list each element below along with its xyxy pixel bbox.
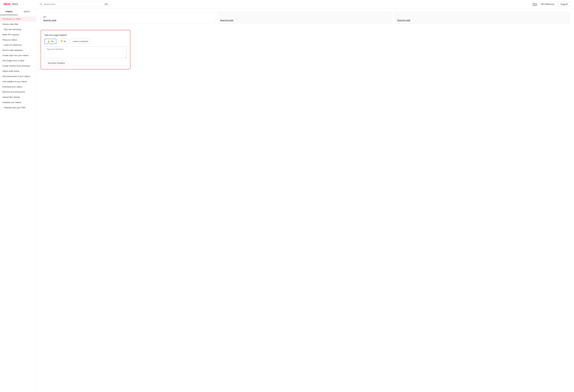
tab-data[interactable]: /DATA: [18, 8, 36, 15]
sidebar-item-label: Play your videos: [2, 39, 17, 41]
sidebar-item-label: Integrate with your CMS: [4, 106, 25, 109]
chevron-icon: ›: [2, 107, 3, 109]
sidebar-item-label: Make API requests: [2, 33, 19, 36]
sidebar-item-label: Get images from a video: [2, 59, 24, 62]
sidebar-item-2[interactable]: ›Start live streaming: [0, 27, 36, 32]
sidebar-item-14[interactable]: Minimize processing time: [0, 89, 36, 95]
nav-api-reference[interactable]: API Reference: [541, 3, 554, 5]
nav-links: Docs API Reference Support: [533, 2, 570, 6]
sidebar-item-13[interactable]: Download your videos: [0, 84, 36, 90]
send-feedback-button[interactable]: Send Mux feedback: [44, 61, 68, 65]
sidebar-item-label: Create timeline hover previews: [2, 64, 30, 67]
sidebar-item-label: Upload files directly: [2, 96, 20, 99]
feedback-buttons: 👍 Yes 👎 No Leave a comment: [44, 39, 126, 44]
partial-card-2: Read the guide: [395, 12, 569, 24]
partial-card-0-link[interactable]: Read the guide: [43, 19, 213, 21]
partial-card-0-text: gifs: [43, 16, 213, 18]
sidebar-item-17[interactable]: ›Integrate with your CMS: [0, 105, 36, 110]
sidebar-item-6[interactable]: Secure video playback: [0, 48, 36, 53]
chevron-icon: ›: [2, 28, 3, 31]
sidebar-item-label: Secure video playback: [2, 49, 23, 52]
sidebar-item-label: Create clips from your videos: [2, 54, 29, 57]
sidebar-item-label: Minimize processing time: [2, 91, 25, 93]
sidebar-item-8[interactable]: Get images from a video: [0, 58, 36, 63]
sidebar-item-label: Stream video files: [2, 23, 18, 26]
feedback-textarea[interactable]: [44, 46, 126, 58]
sidebar-item-1[interactable]: Stream video files: [0, 22, 36, 27]
support-button[interactable]: Support: [558, 2, 570, 6]
thumbs-up-icon: 👍: [47, 40, 50, 42]
sidebar-item-9[interactable]: Create timeline hover previews: [0, 63, 36, 69]
sidebar-item-label: Introduction to Video: [2, 18, 21, 21]
search-input[interactable]: [38, 2, 110, 7]
sidebar: /VIDEO /DATA Introduction to VideoStream…: [0, 8, 36, 392]
nav-docs[interactable]: Docs: [533, 3, 537, 6]
search-icon: 🔍: [40, 3, 42, 5]
partial-card-1-link[interactable]: Read the guide: [220, 19, 390, 21]
sidebar-item-10[interactable]: Adjust audio levels: [0, 69, 36, 74]
sidebar-tabs: /VIDEO /DATA: [0, 8, 36, 15]
feedback-comment-button[interactable]: Leave a comment: [70, 39, 91, 44]
sidebar-item-15[interactable]: Upload files directly: [0, 95, 36, 100]
chevron-icon: ›: [2, 44, 3, 46]
feedback-title: Was this page helpful?: [44, 34, 126, 36]
feedback-section: Was this page helpful? 👍 Yes 👎 No Leave …: [41, 30, 130, 69]
sidebar-item-11[interactable]: Add watermarks to your videos: [0, 74, 36, 79]
sidebar-item-label: Adjust audio levels: [2, 70, 19, 73]
sidebar-item-label: Add subtitles to your videos: [2, 80, 27, 83]
sidebar-item-label: Add watermarks to your videos: [2, 75, 30, 78]
search-bar: 🔍 ⌘K: [38, 2, 110, 7]
sidebar-nav: Introduction to VideoStream video files›…: [0, 15, 36, 112]
feedback-no-button[interactable]: 👎 No: [58, 39, 69, 44]
partial-card-0: gifs Read the guide: [41, 12, 215, 24]
feedback-yes-button[interactable]: 👍 Yes: [44, 39, 56, 44]
sidebar-item-3[interactable]: Make API requests: [0, 32, 36, 37]
partial-cards-row: gifs Read the guide Read the guide Read …: [41, 12, 569, 24]
sidebar-item-12[interactable]: Add subtitles to your videos: [0, 79, 36, 84]
logo-area: MUX Docs: [4, 2, 34, 6]
thumbs-down-icon: 👎: [61, 40, 63, 42]
feedback-yes-label: Yes: [51, 40, 54, 42]
main-content: gifs Read the guide Read the guide Read …: [36, 8, 574, 392]
sidebar-item-16[interactable]: Autoplay your videos: [0, 100, 36, 105]
sidebar-item-5[interactable]: ›Listen for webhooks: [0, 42, 36, 48]
sidebar-item-label: Start live streaming: [4, 28, 21, 31]
sidebar-item-0[interactable]: Introduction to Video: [0, 17, 36, 22]
sidebar-item-4[interactable]: Play your videos: [0, 37, 36, 42]
feedback-comment-label: Leave a comment: [73, 40, 88, 42]
feedback-no-label: No: [64, 40, 66, 42]
sidebar-item-label: Autoplay your videos: [2, 101, 21, 104]
main-layout: /VIDEO /DATA Introduction to VideoStream…: [0, 8, 574, 392]
partial-card-1: Read the guide: [218, 12, 392, 24]
sidebar-item-7[interactable]: Create clips from your videos: [0, 53, 36, 58]
search-shortcut: ⌘K: [104, 3, 108, 5]
mux-logo: MUX: [4, 2, 10, 6]
sidebar-item-label: Listen for webhooks: [4, 44, 22, 46]
docs-label: Docs: [12, 2, 18, 6]
top-navigation: MUX Docs 🔍 ⌘K Docs API Reference Support: [0, 0, 574, 8]
sidebar-item-label: Download your videos: [2, 85, 22, 88]
partial-card-2-link[interactable]: Read the guide: [397, 19, 567, 21]
tab-video[interactable]: /VIDEO: [0, 8, 18, 15]
